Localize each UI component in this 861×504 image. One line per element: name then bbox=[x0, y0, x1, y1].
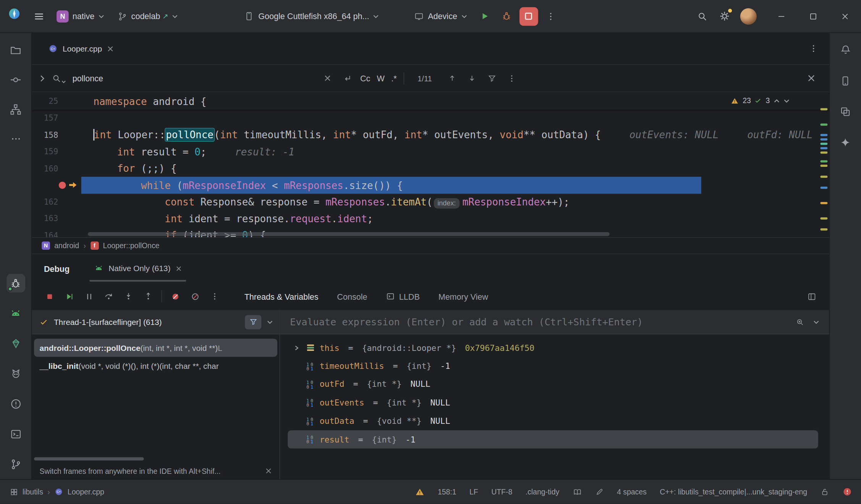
line-number[interactable]: 25 bbox=[32, 97, 81, 105]
device-selector[interactable]: Google Cuttlefish x86_64 ph... bbox=[239, 8, 384, 25]
variable-row[interactable]: 1001outFd = {int *} NULL bbox=[288, 375, 818, 394]
line-number[interactable]: 160 bbox=[32, 164, 81, 173]
line-number[interactable] bbox=[32, 181, 81, 189]
breadcrumb-function[interactable]: Looper::pollOnce bbox=[103, 242, 160, 250]
error-stripe-mark[interactable] bbox=[821, 202, 828, 204]
debug-tool-button[interactable] bbox=[6, 274, 25, 292]
line-number[interactable]: 158 bbox=[32, 131, 81, 139]
regex-toggle[interactable]: .* bbox=[391, 74, 397, 83]
error-stripe[interactable] bbox=[818, 92, 829, 237]
line-number[interactable]: 157 bbox=[32, 114, 81, 123]
resume-button[interactable] bbox=[63, 290, 76, 303]
dismiss-hint-button[interactable] bbox=[265, 468, 272, 474]
more-actions-button[interactable] bbox=[541, 7, 560, 26]
frames-horizontal-scrollbar[interactable] bbox=[34, 457, 144, 460]
search-history-chevron-icon[interactable] bbox=[62, 80, 66, 83]
error-stripe-mark[interactable] bbox=[821, 152, 828, 154]
code-line[interactable]: 163 int ident = response.request.ident; bbox=[32, 210, 829, 227]
debug-tab-memory-view[interactable]: Memory View bbox=[439, 292, 488, 301]
error-stripe-mark[interactable] bbox=[821, 138, 828, 141]
error-stripe-mark[interactable] bbox=[821, 160, 828, 163]
evaluate-expression-field[interactable]: Evaluate expression (Enter) or add a wat… bbox=[280, 310, 829, 334]
structure-tool-button[interactable] bbox=[6, 100, 25, 119]
terminal-button[interactable] bbox=[6, 425, 25, 444]
status-file[interactable]: Looper.cpp bbox=[68, 488, 104, 496]
code-line[interactable]: 162 const Response& response = mResponse… bbox=[32, 194, 829, 210]
warning-icon[interactable] bbox=[415, 487, 424, 496]
expand-find-chevron-icon[interactable] bbox=[40, 74, 45, 82]
search-everywhere-button[interactable] bbox=[693, 7, 712, 26]
chevron-down-icon[interactable] bbox=[813, 320, 819, 324]
device-manager-button[interactable] bbox=[6, 304, 25, 323]
debug-options-button[interactable] bbox=[208, 290, 222, 303]
chevron-down-icon[interactable] bbox=[783, 99, 790, 103]
next-match-button[interactable] bbox=[465, 72, 479, 85]
error-stripe-mark[interactable] bbox=[821, 147, 828, 149]
step-out-button[interactable] bbox=[142, 290, 155, 303]
branch-selector[interactable]: codelab ↗ bbox=[113, 8, 183, 24]
code-line[interactable]: 159 int result = 0;result: -1 bbox=[32, 143, 829, 160]
mute-breakpoints-button[interactable] bbox=[168, 290, 182, 303]
debug-button[interactable] bbox=[497, 7, 516, 26]
layout-settings-button[interactable] bbox=[805, 290, 818, 303]
match-case-toggle[interactable]: Cc bbox=[360, 74, 370, 83]
variable-row[interactable]: 1001outEvents = {int *} NULL bbox=[288, 394, 818, 412]
error-stripe-mark[interactable] bbox=[821, 176, 828, 178]
maximize-button[interactable] bbox=[804, 7, 823, 26]
error-stripe-mark[interactable] bbox=[821, 217, 828, 220]
filter-frames-button[interactable] bbox=[245, 315, 261, 329]
close-button[interactable] bbox=[836, 7, 855, 26]
variable-row[interactable]: 1001result = {int} -1 bbox=[288, 430, 818, 449]
gemini-button[interactable] bbox=[836, 133, 855, 152]
error-stripe-mark[interactable] bbox=[821, 108, 828, 110]
editor-horizontal-scrollbar[interactable] bbox=[88, 232, 610, 236]
linter-config[interactable]: .clang-tidy bbox=[526, 488, 559, 496]
search-options-button[interactable] bbox=[505, 72, 518, 85]
sticky-code-line[interactable]: 25 namespace android { bbox=[32, 92, 829, 110]
error-stripe-mark[interactable] bbox=[821, 187, 828, 189]
tab-close-icon[interactable] bbox=[107, 45, 113, 52]
version-control-button[interactable] bbox=[6, 455, 25, 474]
error-stripe-mark[interactable] bbox=[821, 228, 828, 231]
whole-words-toggle[interactable]: W bbox=[377, 74, 385, 83]
search-input[interactable]: pollonce bbox=[73, 74, 314, 83]
code-line[interactable]: 160 for (;;) { bbox=[32, 160, 829, 177]
unlock-icon[interactable] bbox=[821, 488, 829, 496]
step-into-button[interactable] bbox=[122, 290, 135, 303]
indent-setting[interactable]: 4 spaces bbox=[617, 488, 647, 496]
expand-chevron-icon[interactable] bbox=[294, 345, 299, 351]
ignore-breakpoints-button[interactable] bbox=[188, 290, 202, 303]
code-line[interactable]: 157 bbox=[32, 110, 829, 127]
settings-button[interactable] bbox=[715, 7, 734, 26]
code-editor[interactable]: 25 namespace android { 157158int Looper:… bbox=[32, 92, 829, 237]
running-devices-button[interactable] bbox=[836, 71, 855, 90]
variable-row[interactable]: 1001outData = {void **} NULL bbox=[288, 412, 818, 430]
clear-search-button[interactable] bbox=[321, 72, 334, 85]
editor-tab-looper[interactable]: C+ Looper.cpp bbox=[44, 33, 118, 64]
run-config-selector[interactable]: Adevice bbox=[409, 8, 472, 24]
newline-toggle-button[interactable] bbox=[340, 72, 354, 85]
problems-button[interactable] bbox=[6, 395, 25, 414]
highlighting-pen-icon[interactable] bbox=[595, 488, 604, 496]
chevron-up-icon[interactable] bbox=[774, 99, 780, 103]
stack-frame-row[interactable]: __libc_init(void *, void (*)(), int (*)(… bbox=[34, 357, 277, 375]
line-number[interactable]: 162 bbox=[32, 197, 81, 206]
file-encoding[interactable]: UTF-8 bbox=[491, 488, 512, 496]
variable-row[interactable]: this = {android::Looper *} 0x7967aa146f5… bbox=[288, 339, 818, 357]
logcat-button[interactable] bbox=[6, 365, 25, 383]
run-button[interactable] bbox=[475, 7, 494, 26]
step-over-button[interactable] bbox=[102, 290, 115, 303]
line-number[interactable]: 159 bbox=[32, 147, 81, 156]
line-ending[interactable]: LF bbox=[469, 488, 478, 496]
notifications-button[interactable] bbox=[836, 40, 855, 59]
debug-session-tab[interactable]: Native Only (613) bbox=[89, 254, 186, 283]
error-stripe-mark[interactable] bbox=[821, 123, 828, 126]
code-line[interactable]: while (mResponseIndex < mResponses.size(… bbox=[32, 177, 829, 194]
filter-search-button[interactable] bbox=[485, 72, 498, 85]
app-quality-insights-button[interactable] bbox=[6, 334, 25, 353]
more-tools-button[interactable] bbox=[6, 129, 25, 148]
reader-mode-icon[interactable] bbox=[573, 487, 582, 496]
project-selector[interactable]: N native bbox=[52, 7, 109, 26]
line-number[interactable]: 164 bbox=[32, 231, 81, 237]
inspections-widget[interactable]: 23 3 bbox=[731, 97, 790, 105]
